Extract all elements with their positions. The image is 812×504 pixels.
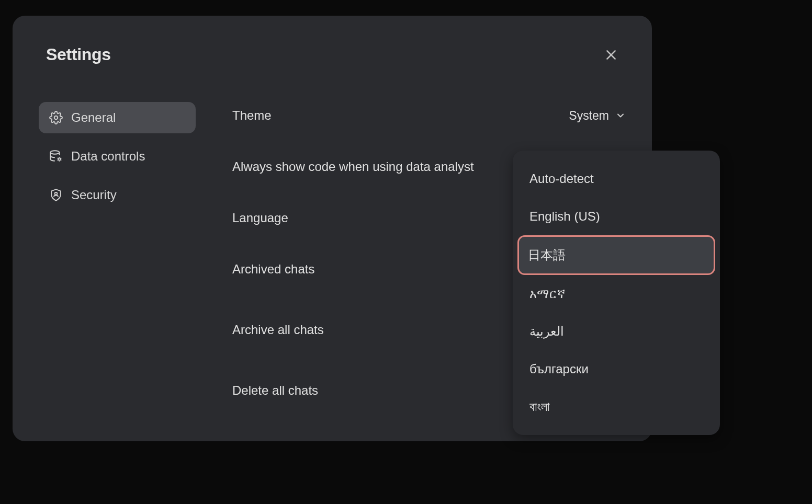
sidebar-label: General: [71, 110, 116, 125]
sidebar-item-general[interactable]: General: [39, 102, 196, 133]
language-option-bengali[interactable]: বাংলা: [519, 388, 714, 426]
sidebar-label: Data controls: [71, 149, 145, 164]
language-option-english-us[interactable]: English (US): [519, 198, 714, 235]
language-option-arabic[interactable]: العربية: [519, 313, 714, 350]
theme-label: Theme: [232, 108, 272, 123]
chevron-down-icon: [615, 110, 626, 121]
archived-chats-label: Archived chats: [232, 262, 314, 277]
database-gear-icon: [49, 150, 63, 163]
sidebar: General Data controls: [39, 102, 196, 434]
delete-all-label: Delete all chats: [232, 383, 318, 398]
code-analyst-label: Always show code when using data analyst: [232, 159, 474, 174]
language-label: Language: [232, 211, 288, 225]
language-option-japanese[interactable]: 日本語: [517, 235, 715, 275]
svg-point-4: [58, 158, 60, 160]
shield-user-icon: [49, 188, 63, 202]
modal-title: Settings: [46, 45, 111, 64]
close-button[interactable]: [604, 48, 618, 62]
language-option-amharic[interactable]: አማርኛ: [519, 275, 714, 313]
modal-header: Settings: [39, 45, 626, 64]
setting-theme: Theme System: [232, 108, 626, 123]
gear-icon: [49, 111, 63, 124]
sidebar-item-security[interactable]: Security: [39, 179, 196, 211]
archive-all-label: Archive all chats: [232, 323, 324, 337]
theme-select[interactable]: System: [569, 109, 626, 123]
svg-point-5: [55, 192, 58, 195]
language-dropdown: Auto-detect English (US) 日本語 አማርኛ العربي…: [513, 151, 720, 435]
sidebar-item-data-controls[interactable]: Data controls: [39, 141, 196, 172]
language-option-bulgarian[interactable]: български: [519, 350, 714, 388]
svg-point-3: [50, 151, 59, 154]
close-icon: [604, 48, 618, 62]
language-option-auto-detect[interactable]: Auto-detect: [519, 160, 714, 198]
svg-point-2: [54, 116, 58, 120]
sidebar-label: Security: [71, 188, 117, 202]
theme-value: System: [569, 109, 609, 123]
